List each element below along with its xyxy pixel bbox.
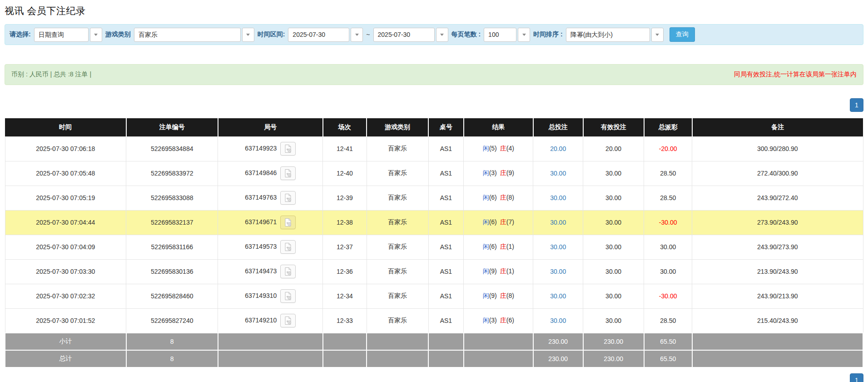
remark-cell: 243.90/213.90 [692, 284, 863, 308]
table-no-cell: AS1 [428, 186, 464, 210]
valid-bet-cell: 30.00 [583, 259, 644, 284]
chevron-down-icon[interactable] [90, 28, 102, 42]
triangle-glyph [655, 34, 659, 36]
video-replay-button[interactable] [280, 314, 296, 327]
col-session: 场次 [323, 118, 367, 136]
round-cell: 637149846 [218, 161, 323, 186]
valid-bet-cell: 30.00 [583, 308, 644, 333]
time-sort-select[interactable]: 降幂(由大到小) [566, 28, 664, 42]
result-cell: 闲(3)庄(6) [464, 308, 533, 333]
chevron-down-icon[interactable] [351, 28, 363, 42]
result-cell: 闲(9)庄(8) [464, 284, 533, 308]
summary-bar: 币别 : 人民币 | 总共 :8 注单 | 同局有效投注,统一计算在该局第一张注… [5, 64, 863, 85]
empty-cell [428, 350, 464, 367]
payout-cell: 28.50 [644, 186, 692, 210]
video-replay-button[interactable] [280, 142, 296, 156]
round-id: 637149473 [245, 267, 277, 275]
video-replay-button[interactable] [280, 265, 296, 278]
empty-cell [464, 333, 533, 350]
video-replay-button[interactable] [280, 289, 296, 303]
total-bet-link[interactable]: 30.00 [533, 308, 583, 333]
chevron-down-icon[interactable] [518, 28, 530, 42]
bet-id-cell: 522695833972 [126, 161, 218, 186]
col-time: 时间 [5, 118, 126, 136]
banker-score: (8) [506, 194, 514, 201]
session-cell: 12-38 [323, 210, 367, 235]
pagination-bottom: 1 [5, 373, 863, 382]
total-bet-link[interactable]: 20.00 [533, 136, 583, 161]
empty-cell [464, 350, 533, 367]
game-cell: 百家乐 [367, 136, 428, 161]
video-replay-button[interactable] [280, 166, 296, 180]
table-row: 2025-07-30 07:05:19 522695833088 6371497… [5, 186, 863, 210]
date-to-select[interactable]: 2025-07-30 [373, 28, 448, 42]
chevron-down-icon[interactable] [242, 28, 254, 42]
banker-label: 庄 [500, 267, 506, 275]
round-cell: 637149210 [218, 308, 323, 333]
game-category-select[interactable]: 百家乐 [134, 28, 254, 42]
payout-cell: 30.00 [644, 259, 692, 284]
video-clip-icon [283, 218, 293, 227]
video-replay-button[interactable] [280, 191, 296, 205]
bet-id-cell: 522695830136 [126, 259, 218, 284]
banker-label: 庄 [500, 243, 506, 250]
empty-cell [218, 333, 323, 350]
search-button[interactable]: 查询 [670, 27, 695, 42]
session-cell: 12-39 [323, 186, 367, 210]
video-clip-icon [283, 267, 293, 276]
table-row: 2025-07-30 07:05:48 522695833972 6371498… [5, 161, 863, 186]
page-size-value: 100 [484, 28, 516, 42]
col-round-id: 局号 [218, 118, 323, 136]
empty-cell [323, 350, 367, 367]
total-bet-link[interactable]: 30.00 [533, 210, 583, 235]
range-separator: ~ [366, 31, 370, 38]
total-bet-link[interactable]: 30.00 [533, 186, 583, 210]
triangle-glyph [355, 34, 359, 36]
grand-total-count: 8 [126, 350, 218, 367]
page-size-label: 每页笔数 : [451, 30, 481, 39]
result-cell: 闲(6)庄(8) [464, 186, 533, 210]
col-bet-id: 注单编号 [126, 118, 218, 136]
remark-cell: 273.90/243.90 [692, 210, 863, 235]
col-remark: 备注 [692, 118, 863, 136]
page-button-1[interactable]: 1 [850, 373, 863, 382]
player-score: (6) [489, 218, 497, 226]
filter-bar: 请选择: 日期查询 游戏类别 百家乐 时间区间: 2025-07-30 ~ 20… [5, 24, 863, 45]
total-bet-link[interactable]: 30.00 [533, 161, 583, 186]
total-bet-link[interactable]: 30.00 [533, 259, 583, 284]
col-payout: 总派彩 [644, 118, 692, 136]
total-bet-link[interactable]: 30.00 [533, 284, 583, 308]
total-bet-link[interactable]: 30.00 [533, 235, 583, 259]
banker-label: 庄 [500, 317, 506, 324]
query-type-label: 请选择: [10, 30, 31, 39]
session-cell: 12-36 [323, 259, 367, 284]
round-id: 637149573 [245, 243, 277, 250]
game-cell: 百家乐 [367, 235, 428, 259]
subtotal-count: 8 [126, 333, 218, 350]
page-size-select[interactable]: 100 [484, 28, 530, 42]
query-type-value: 日期查询 [34, 28, 89, 42]
valid-bet-cell: 20.00 [583, 136, 644, 161]
chevron-down-icon[interactable] [651, 28, 664, 42]
table-row: 2025-07-30 07:06:18 522695834884 6371499… [5, 136, 863, 161]
video-clip-icon [283, 169, 293, 178]
round-cell: 637149923 [218, 136, 323, 161]
grand-total-label: 总计 [5, 350, 126, 367]
time-cell: 2025-07-30 07:01:52 [5, 308, 126, 333]
query-type-select[interactable]: 日期查询 [34, 28, 102, 42]
page-button-1[interactable]: 1 [850, 98, 863, 112]
payout-cell: 28.50 [644, 308, 692, 333]
round-cell: 637149763 [218, 186, 323, 210]
player-label: 闲 [483, 218, 489, 226]
bet-id-cell: 522695831166 [126, 235, 218, 259]
subtotal-row: 小计 8 230.00 230.00 65.50 [5, 333, 863, 350]
video-replay-button[interactable] [280, 216, 296, 229]
video-replay-button[interactable] [280, 240, 296, 254]
chevron-down-icon[interactable] [436, 28, 448, 42]
player-label: 闲 [483, 145, 489, 152]
date-from-select[interactable]: 2025-07-30 [288, 28, 363, 42]
table-no-cell: AS1 [428, 235, 464, 259]
time-cell: 2025-07-30 07:04:44 [5, 210, 126, 235]
remark-cell: 243.90/272.40 [692, 186, 863, 210]
bet-id-cell: 522695833088 [126, 186, 218, 210]
